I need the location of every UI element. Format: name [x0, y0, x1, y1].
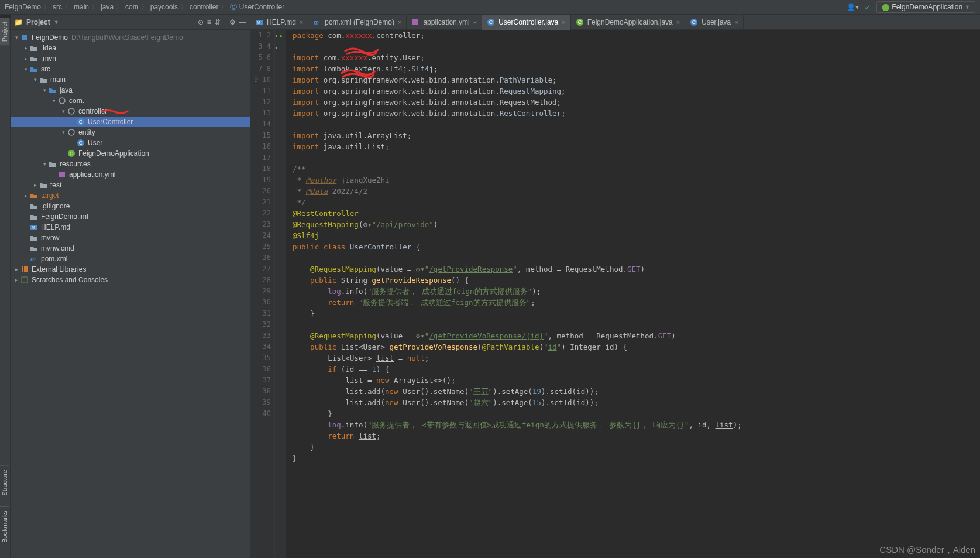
tree-item[interactable]: ▸.idea — [11, 43, 250, 53]
yml-icon — [57, 170, 67, 179]
editor[interactable]: 1 2 3 4 5 6 7 8 9 10 11 12 13 14 15 16 1… — [250, 30, 980, 558]
svg-point-5 — [68, 129, 74, 135]
folder-icon — [39, 180, 48, 190]
svg-text:M: M — [32, 225, 35, 230]
expand-all-icon[interactable]: ≡ — [207, 18, 211, 26]
svg-rect-21 — [412, 19, 418, 25]
md-icon: M — [255, 18, 263, 26]
tree-item[interactable]: ▾FeignDemoD:\Tangbull\WorkSpace\FeignDem… — [11, 32, 250, 43]
file-icon — [29, 201, 39, 211]
breadcrumb-segment[interactable]: paycools — [150, 3, 178, 11]
close-icon[interactable]: × — [562, 19, 565, 26]
yml-icon — [411, 18, 419, 26]
svg-text:M: M — [257, 20, 260, 25]
run-config-label: FeignDemoApplication — [892, 3, 962, 11]
folder-icon — [29, 43, 39, 53]
class-icon: C — [690, 18, 698, 26]
code-area[interactable]: package com.xxxxxx.controller; import co… — [286, 30, 980, 558]
editor-tab[interactable]: CUser.java× — [685, 15, 743, 30]
tree-item[interactable]: MHELP.md — [11, 222, 250, 232]
tree-item[interactable]: CUserController — [11, 117, 250, 127]
breadcrumb-segment[interactable]: controller — [190, 3, 218, 11]
tree-item[interactable]: ▸test — [11, 180, 250, 190]
build-icon[interactable]: ↙ — [865, 3, 871, 11]
tree-item[interactable]: ▾controller — [11, 106, 250, 117]
side-tab-project[interactable]: Project — [0, 18, 9, 45]
gutter-marks: ● ● ● — [275, 30, 286, 558]
folder-icon — [39, 75, 48, 84]
editor-tab[interactable]: mpom.xml (FeignDemo)× — [308, 15, 407, 30]
editor-tabs[interactable]: MHELP.md×mpom.xml (FeignDemo)×applicatio… — [250, 15, 980, 30]
tree-item[interactable]: FeignDemo.iml — [11, 211, 250, 222]
side-tab-bookmarks[interactable]: Bookmarks — [0, 506, 9, 546]
maven-icon: m — [313, 18, 321, 26]
spring-icon: ⬤ — [882, 3, 889, 11]
tree-item[interactable]: ▾main — [11, 74, 250, 85]
tree-item[interactable]: .gitignore — [11, 201, 250, 211]
side-tab-structure[interactable]: Structure — [0, 465, 9, 499]
file-icon — [29, 233, 39, 242]
package-icon — [67, 107, 76, 116]
svg-text:C: C — [577, 19, 582, 25]
tree-item[interactable]: application.yml — [11, 169, 250, 180]
svg-text:m: m — [30, 256, 36, 262]
close-icon[interactable]: × — [300, 19, 303, 26]
tree-item[interactable]: ▾resources — [11, 159, 250, 169]
class-icon: C — [76, 117, 85, 126]
tree-item[interactable]: ▾java — [11, 85, 250, 95]
close-icon[interactable]: × — [734, 19, 738, 26]
tree-item[interactable]: ▾entity — [11, 127, 250, 138]
left-stripe: Project Bookmarks Structure — [0, 18, 11, 558]
tree-item[interactable]: ▸External Libraries — [11, 264, 250, 275]
svg-point-2 — [68, 108, 74, 114]
package-icon — [67, 128, 76, 137]
breadcrumb-segment[interactable]: java — [101, 3, 114, 11]
editor-tab[interactable]: application.yml× — [407, 15, 482, 30]
project-icon: 📁 — [14, 18, 23, 26]
project-tree[interactable]: ▾FeignDemoD:\Tangbull\WorkSpace\FeignDem… — [11, 30, 250, 558]
lib-icon — [20, 265, 29, 274]
editor-area: MHELP.md×mpom.xml (FeignDemo)×applicatio… — [250, 15, 980, 558]
user-icon[interactable]: 👤▾ — [847, 3, 859, 11]
folder-blue-icon — [48, 85, 57, 95]
breadcrumb[interactable]: FeignDemo〉src〉main〉java〉com〉paycools〉con… — [5, 2, 284, 12]
svg-rect-15 — [24, 266, 26, 272]
breadcrumb-segment[interactable]: FeignDemo — [5, 3, 41, 11]
svg-rect-10 — [59, 172, 65, 177]
folder-icon — [29, 54, 39, 63]
top-bar: FeignDemo〉src〉main〉java〉com〉paycools〉con… — [0, 0, 980, 15]
editor-tab[interactable]: CUserController.java× — [482, 15, 570, 30]
tree-item[interactable]: ▾com. — [11, 95, 250, 106]
locate-icon[interactable]: ⊙ — [198, 18, 204, 26]
breadcrumb-segment[interactable]: Ⓒ UserController — [230, 2, 284, 12]
svg-point-1 — [59, 98, 65, 104]
breadcrumb-segment[interactable]: main — [74, 3, 89, 11]
tree-item[interactable]: ▾src — [11, 64, 250, 74]
tree-item[interactable]: mvnw — [11, 232, 250, 243]
settings-icon[interactable]: ⚙ — [229, 18, 236, 26]
chevron-down-icon[interactable]: ▼ — [54, 19, 59, 25]
close-icon[interactable]: × — [473, 19, 477, 26]
tree-item[interactable]: ▸.mvn — [11, 53, 250, 64]
editor-tab[interactable]: MHELP.md× — [250, 15, 308, 30]
tree-item[interactable]: ▸target — [11, 190, 250, 201]
svg-text:C: C — [70, 150, 74, 156]
collapse-all-icon[interactable]: ⇵ — [215, 18, 221, 26]
md-icon: M — [29, 222, 39, 232]
tree-item[interactable]: mvnw.cmd — [11, 243, 250, 254]
editor-tab[interactable]: CFeignDemoApplication.java× — [571, 15, 686, 30]
project-tool-header: 📁 Project ▼ ⊙ ≡ ⇵ | ⚙ — — [11, 15, 250, 30]
svg-text:C: C — [79, 140, 83, 146]
close-icon[interactable]: × — [398, 19, 401, 26]
breadcrumb-segment[interactable]: src — [53, 3, 62, 11]
tree-item[interactable]: CUser — [11, 138, 250, 148]
svg-text:C: C — [79, 119, 83, 125]
hide-icon[interactable]: — — [239, 18, 246, 26]
breadcrumb-segment[interactable]: com — [125, 3, 139, 11]
tree-item[interactable]: CFeignDemoApplication — [11, 148, 250, 159]
tree-item[interactable]: ▸Scratches and Consoles — [11, 275, 250, 285]
close-icon[interactable]: × — [676, 19, 680, 26]
svg-rect-0 — [22, 35, 27, 40]
run-configuration[interactable]: ⬤ FeignDemoApplication ▼ — [876, 1, 975, 13]
tree-item[interactable]: mpom.xml — [11, 254, 250, 264]
